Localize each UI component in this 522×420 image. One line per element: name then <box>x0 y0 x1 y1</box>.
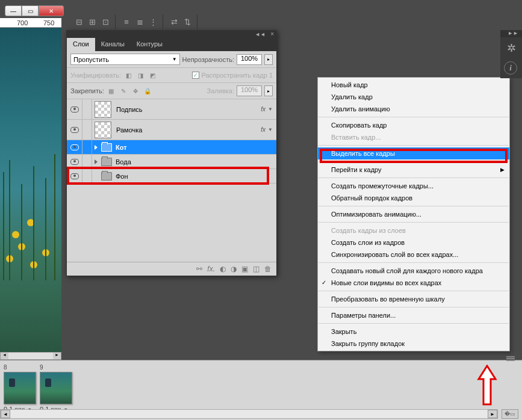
menu-separator <box>318 206 509 206</box>
opacity-flyout[interactable]: ▸ <box>264 54 273 65</box>
timeline-mode-toggle[interactable]: �▭ <box>502 409 518 419</box>
menu-item[interactable]: Закрыть <box>318 326 509 338</box>
layer-row[interactable]: Подпись fx ▼ <box>67 99 276 120</box>
fill-input[interactable]: 100% <box>237 85 262 96</box>
collapse-arrows-icon[interactable]: ◄◄ <box>255 31 266 37</box>
layer-name[interactable]: Фон <box>113 173 276 180</box>
layer-group-row[interactable]: Фон <box>67 169 276 184</box>
visibility-icon[interactable] <box>70 144 79 150</box>
new-group-icon[interactable]: ▣ <box>241 265 248 273</box>
delete-layer-icon[interactable]: 🗑 <box>264 265 272 273</box>
align-icon[interactable]: ⊡ <box>99 16 111 28</box>
visibility-icon[interactable] <box>70 127 79 133</box>
frame-thumbnail[interactable] <box>40 372 72 404</box>
menu-item[interactable]: Создавать новый слой для каждого нового … <box>318 265 509 277</box>
maximize-button[interactable]: ▭ <box>22 5 39 16</box>
distribute-icon[interactable]: ⋮ <box>147 16 159 28</box>
animation-timeline: 8 0,1 сек.▼ 9 0,1 сек.▼ ◄ ► �▭ <box>0 360 522 420</box>
menu-item[interactable]: Создать промежуточные кадры... <box>318 180 509 192</box>
menu-item[interactable]: Преобразовать во временную шкалу <box>318 293 509 305</box>
layer-name[interactable]: Подпись <box>114 106 261 113</box>
menu-item[interactable]: Создать слои из кадров <box>318 236 509 249</box>
visibility-icon[interactable] <box>70 173 79 179</box>
adjustment-layer-icon[interactable]: ◑ <box>231 265 237 273</box>
submenu-arrow-icon: ▶ <box>500 167 505 173</box>
new-layer-icon[interactable]: ◫ <box>253 265 259 273</box>
panel-tabs: Слои Каналы Контуры <box>67 38 276 51</box>
collapse-arrows-icon[interactable]: ►► <box>500 30 522 37</box>
animation-frame[interactable]: 9 0,1 сек.▼ <box>40 364 73 413</box>
fill-label: Заливка: <box>207 87 234 94</box>
link-layers-icon[interactable]: ⚯ <box>196 265 202 273</box>
info-icon[interactable]: i <box>504 61 517 75</box>
expand-icon[interactable] <box>95 145 98 150</box>
menu-separator <box>318 178 509 178</box>
menu-item[interactable]: Выделить все кадры <box>318 147 509 159</box>
visibility-icon[interactable] <box>70 159 79 165</box>
layer-thumbnail[interactable] <box>95 101 111 118</box>
opacity-input[interactable]: 100% <box>237 54 262 65</box>
layer-mask-icon[interactable]: ◐ <box>220 265 226 273</box>
menu-item[interactable]: Новый кадр <box>318 79 509 91</box>
check-icon: ✓ <box>322 279 326 286</box>
lock-position-icon[interactable]: ✥ <box>131 86 140 96</box>
distribute-icon[interactable]: ≡ <box>120 16 132 28</box>
menu-item[interactable]: Оптимизировать анимацию... <box>318 208 509 220</box>
menu-item[interactable]: Перейти к кадру▶ <box>318 164 509 176</box>
layer-row[interactable]: Рамочка fx ▼ <box>67 120 276 140</box>
close-button[interactable]: ✕ <box>39 5 64 16</box>
visibility-icon[interactable] <box>70 107 79 113</box>
panel-titlebar[interactable]: ◄◄ × <box>67 31 276 38</box>
navigator-icon[interactable]: ✲ <box>502 39 521 58</box>
menu-item[interactable]: Удалить анимацию <box>318 103 509 115</box>
lock-pixels-icon[interactable]: ✎ <box>119 86 128 96</box>
options-bar: ⊟ ⊞ ⊡ ≡ ≣ ⋮ ⇄ ⇅ <box>69 14 197 29</box>
layer-group-row[interactable]: Кот <box>67 140 276 155</box>
tab-channels[interactable]: Каналы <box>95 38 131 51</box>
menu-item[interactable]: Синхронизировать слой во всех кадрах... <box>318 249 509 261</box>
menu-item: Вставить кадр... <box>318 131 509 143</box>
fx-badge[interactable]: fx <box>261 106 268 113</box>
panel-close-icon[interactable]: × <box>270 31 274 37</box>
menu-separator <box>318 323 509 324</box>
layer-name[interactable]: Рамочка <box>114 126 261 134</box>
menu-item[interactable]: Скопировать кадр <box>318 119 509 131</box>
timeline-scrollbar[interactable]: ◄ ► <box>0 409 498 419</box>
align-icon[interactable]: ⊞ <box>86 16 98 28</box>
menu-item[interactable]: Обратный порядок кадров <box>318 192 509 204</box>
distribute-icon[interactable]: ⇅ <box>181 16 193 28</box>
folder-icon <box>101 143 112 152</box>
expand-icon[interactable] <box>95 159 98 164</box>
canvas-scrollbar[interactable]: ◄ ► <box>0 352 61 360</box>
unify-position-icon[interactable]: ◧ <box>123 70 133 80</box>
menu-item[interactable]: Новые слои видимы во всех кадрах✓ <box>318 277 509 289</box>
frame-thumbnail[interactable] <box>4 372 36 404</box>
layer-list: Подпись fx ▼ Рамочка fx ▼ Кот Вода <box>67 99 276 262</box>
animation-frame[interactable]: 8 0,1 сек.▼ <box>4 364 37 413</box>
menu-item[interactable]: Закрыть группу вкладок <box>318 338 509 350</box>
distribute-icon[interactable]: ≣ <box>134 16 146 28</box>
unify-visibility-icon[interactable]: ◨ <box>135 70 145 80</box>
timeline-menu-icon[interactable] <box>505 356 517 363</box>
tab-paths[interactable]: Контуры <box>131 38 169 51</box>
distribute-icon[interactable]: ⇄ <box>168 16 180 28</box>
menu-item[interactable]: Удалить кадр <box>318 91 509 103</box>
menu-item[interactable]: Параметры панели... <box>318 309 509 321</box>
blend-mode-select[interactable]: Пропустить▼ <box>70 54 180 65</box>
lock-all-icon[interactable]: 🔒 <box>143 86 152 96</box>
fill-flyout[interactable]: ▸ <box>264 85 273 96</box>
propagate-checkbox[interactable]: ✓ <box>192 72 199 79</box>
layer-name[interactable]: Вода <box>113 158 276 165</box>
tab-layers[interactable]: Слои <box>67 38 95 51</box>
lock-transparent-icon[interactable]: ▦ <box>107 86 116 96</box>
layer-style-icon[interactable]: fx. <box>207 265 215 273</box>
minimize-button[interactable]: — <box>5 5 22 16</box>
layer-name[interactable]: Кот <box>113 144 276 151</box>
unify-style-icon[interactable]: ◩ <box>148 70 157 80</box>
animation-context-menu: Новый кадрУдалить кадрУдалить анимациюСк… <box>317 77 510 351</box>
align-icon[interactable]: ⊟ <box>73 16 85 28</box>
canvas[interactable] <box>0 28 61 353</box>
layer-thumbnail[interactable] <box>95 122 111 138</box>
fx-badge[interactable]: fx <box>261 126 268 133</box>
layer-group-row[interactable]: Вода <box>67 155 276 169</box>
